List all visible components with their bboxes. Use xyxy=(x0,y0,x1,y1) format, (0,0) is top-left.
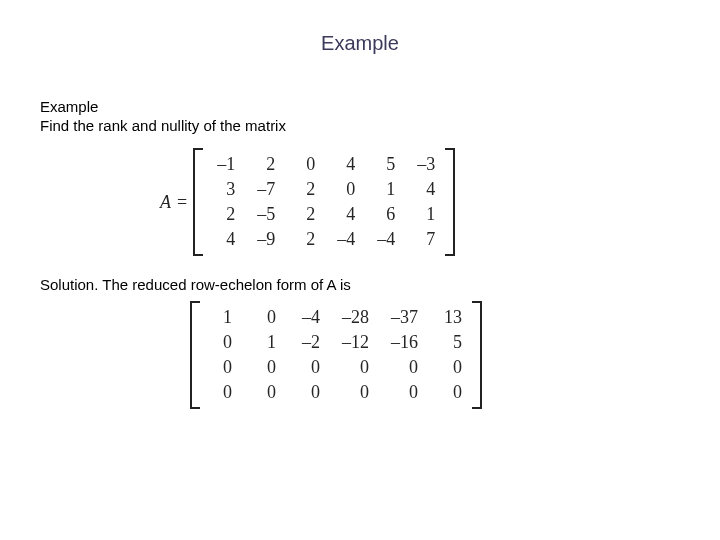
matrix-cell: 7 xyxy=(413,229,435,250)
matrix-cell: 0 xyxy=(254,357,276,378)
matrix-cell: –1 xyxy=(213,154,235,175)
slide: Example Example Find the rank and nullit… xyxy=(0,0,720,540)
matrix-cell: 0 xyxy=(391,357,418,378)
matrix-cell: –3 xyxy=(413,154,435,175)
matrix-cell: 1 xyxy=(254,332,276,353)
matrix-cell: 0 xyxy=(342,357,369,378)
matrix-cell: 2 xyxy=(293,204,315,225)
bracket-right-icon xyxy=(445,148,455,256)
matrix-cell: 0 xyxy=(210,357,232,378)
matrix-cell: 0 xyxy=(298,357,320,378)
matrix-A-grid: –12045–33–720142–524614–92–4–47 xyxy=(203,148,445,256)
matrix-cell: 0 xyxy=(440,382,462,403)
matrix-cell: 1 xyxy=(373,179,395,200)
matrix-cell: 2 xyxy=(253,154,275,175)
equals-sign: = xyxy=(177,192,187,213)
matrix-cell: 0 xyxy=(342,382,369,403)
matrix-cell: –4 xyxy=(373,229,395,250)
matrix-A-equation: A = –12045–33–720142–524614–92–4–47 xyxy=(160,148,680,256)
matrix-cell: 4 xyxy=(213,229,235,250)
matrix-cell: –9 xyxy=(253,229,275,250)
matrix-cell: –5 xyxy=(253,204,275,225)
rref-matrix: 10–4–28–371301–2–12–165000000000000 xyxy=(190,301,482,409)
slide-title: Example xyxy=(40,32,680,55)
rref-equation: 10–4–28–371301–2–12–165000000000000 xyxy=(190,301,680,409)
matrix-A-lhs: A xyxy=(160,192,171,213)
matrix-cell: 13 xyxy=(440,307,462,328)
matrix-cell: 0 xyxy=(210,332,232,353)
matrix-cell: 0 xyxy=(254,307,276,328)
matrix-cell: –28 xyxy=(342,307,369,328)
matrix-cell: 4 xyxy=(333,204,355,225)
matrix-cell: –2 xyxy=(298,332,320,353)
matrix-cell: –4 xyxy=(333,229,355,250)
matrix-cell: 4 xyxy=(413,179,435,200)
matrix-cell: 2 xyxy=(293,229,315,250)
matrix-cell: 1 xyxy=(413,204,435,225)
matrix-cell: 0 xyxy=(293,154,315,175)
matrix-cell: –7 xyxy=(253,179,275,200)
matrix-cell: 0 xyxy=(254,382,276,403)
matrix-cell: 5 xyxy=(440,332,462,353)
problem-prompt: Find the rank and nullity of the matrix xyxy=(40,117,680,134)
solution-text: Solution. The reduced row-echelon form o… xyxy=(40,276,680,293)
matrix-cell: –12 xyxy=(342,332,369,353)
matrix-cell: 0 xyxy=(333,179,355,200)
matrix-cell: 0 xyxy=(440,357,462,378)
bracket-right-icon xyxy=(472,301,482,409)
matrix-cell: 3 xyxy=(213,179,235,200)
example-label: Example xyxy=(40,97,680,117)
matrix-cell: 1 xyxy=(210,307,232,328)
matrix-cell: 0 xyxy=(391,382,418,403)
matrix-cell: –4 xyxy=(298,307,320,328)
matrix-cell: 2 xyxy=(213,204,235,225)
matrix-cell: 2 xyxy=(293,179,315,200)
matrix-cell: 4 xyxy=(333,154,355,175)
matrix-cell: –16 xyxy=(391,332,418,353)
matrix-cell: –37 xyxy=(391,307,418,328)
matrix-cell: 0 xyxy=(298,382,320,403)
matrix-cell: 5 xyxy=(373,154,395,175)
bracket-left-icon xyxy=(193,148,203,256)
matrix-cell: 6 xyxy=(373,204,395,225)
matrix-A: –12045–33–720142–524614–92–4–47 xyxy=(193,148,455,256)
matrix-cell: 0 xyxy=(210,382,232,403)
bracket-left-icon xyxy=(190,301,200,409)
rref-matrix-grid: 10–4–28–371301–2–12–165000000000000 xyxy=(200,301,472,409)
